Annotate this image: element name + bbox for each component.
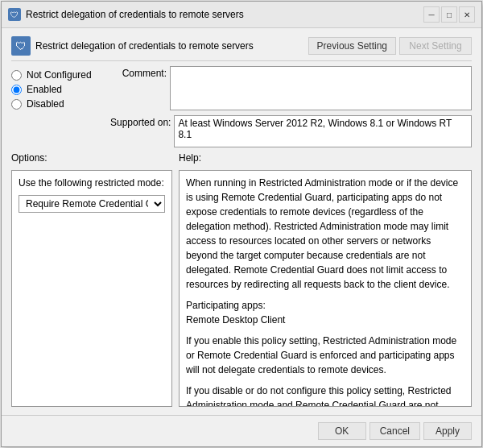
prev-setting-button[interactable]: Previous Setting xyxy=(308,37,396,55)
title-bar: 🛡 Restrict delegation of credentials to … xyxy=(2,2,481,28)
panels-row: Options: Use the following restricted mo… xyxy=(11,152,472,407)
header-buttons: Previous Setting Next Setting xyxy=(308,37,472,55)
supported-section: Supported on: At least Windows Server 20… xyxy=(110,115,472,147)
options-content: Use the following restricted mode: Requi… xyxy=(11,170,172,407)
radio-not-configured[interactable]: Not Configured xyxy=(11,69,104,81)
radio-disabled[interactable]: Disabled xyxy=(11,98,104,110)
options-label: Options: xyxy=(11,152,172,164)
radio-not-configured-input[interactable] xyxy=(11,70,22,81)
main-window: 🛡 Restrict delegation of credentials to … xyxy=(1,1,482,447)
help-label: Help: xyxy=(179,152,472,164)
help-panel: Help: When running in Restricted Adminis… xyxy=(179,152,472,407)
help-para-2: Participating apps:Remote Desktop Client xyxy=(186,298,464,327)
comment-box[interactable] xyxy=(170,66,472,110)
header-left: 🛡 Restrict delegation of credentials to … xyxy=(11,36,254,56)
cancel-button[interactable]: Cancel xyxy=(369,422,420,440)
options-panel: Options: Use the following restricted mo… xyxy=(11,152,172,407)
radio-disabled-input[interactable] xyxy=(11,99,22,110)
radio-enabled-input[interactable] xyxy=(11,85,22,95)
help-content[interactable]: When running in Restricted Administratio… xyxy=(179,170,472,407)
help-para-1: When running in Restricted Administratio… xyxy=(186,176,464,292)
maximize-button[interactable]: □ xyxy=(441,6,457,23)
next-setting-button[interactable]: Next Setting xyxy=(399,37,472,55)
radio-disabled-label: Disabled xyxy=(27,98,64,110)
comment-label: Comment: xyxy=(110,66,167,79)
header-row: 🛡 Restrict delegation of credentials to … xyxy=(11,36,472,61)
ok-button[interactable]: OK xyxy=(318,422,366,440)
title-bar-controls: ─ □ ✕ xyxy=(423,6,475,23)
help-para-3: If you enable this policy setting, Restr… xyxy=(186,334,464,377)
header-icon: 🛡 xyxy=(11,36,31,56)
radio-enabled-label: Enabled xyxy=(27,84,62,95)
footer: OK Cancel Apply xyxy=(2,415,481,446)
radio-comment-row: Not Configured Enabled Disabled Comment: xyxy=(11,66,472,147)
window-icon: 🛡 xyxy=(8,8,21,21)
comment-supported-col: Comment: Supported on: At least Windows … xyxy=(110,66,472,147)
radio-enabled[interactable]: Enabled xyxy=(11,84,104,95)
apply-button[interactable]: Apply xyxy=(423,422,472,440)
supported-text: At least Windows Server 2012 R2, Windows… xyxy=(178,118,468,140)
content-area: 🛡 Restrict delegation of credentials to … xyxy=(2,28,481,415)
radio-not-configured-label: Not Configured xyxy=(27,69,92,81)
window-title: Restrict delegation of credentials to re… xyxy=(26,9,244,20)
supported-label: Supported on: xyxy=(110,115,171,128)
options-sublabel: Use the following restricted mode: xyxy=(19,177,165,189)
radio-section: Not Configured Enabled Disabled xyxy=(11,66,104,147)
comment-section: Comment: xyxy=(110,66,472,110)
title-bar-left: 🛡 Restrict delegation of credentials to … xyxy=(8,8,244,21)
supported-box: At least Windows Server 2012 R2, Windows… xyxy=(174,115,472,147)
header-title: Restrict delegation of credentials to re… xyxy=(35,40,254,52)
close-button[interactable]: ✕ xyxy=(459,6,475,23)
minimize-button[interactable]: ─ xyxy=(423,6,440,23)
options-select[interactable]: Require Remote Credential Guard Require … xyxy=(19,195,165,213)
help-para-4: If you disable or do not configure this … xyxy=(186,384,464,407)
